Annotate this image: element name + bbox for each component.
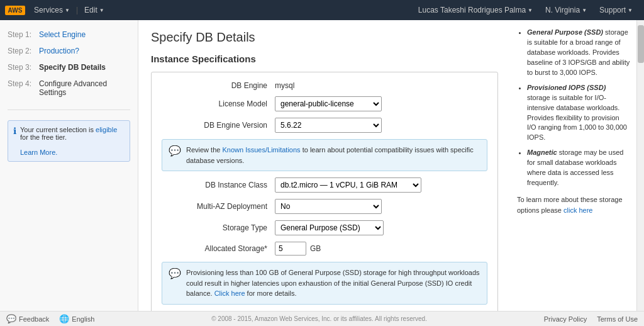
feedback-link[interactable]: 💬 Feedback xyxy=(6,314,49,323)
storage-click-here-link[interactable]: click here xyxy=(564,206,592,214)
step2-item: Step 2: Production? xyxy=(8,47,130,55)
step3-value: Specify DB Details xyxy=(39,63,106,72)
copyright-text: © 2008 - 2015, Amazon Web Services, Inc.… xyxy=(211,315,427,322)
storage-type-label: Storage Type xyxy=(162,223,275,232)
step1-value[interactable]: Select Engine xyxy=(39,30,86,39)
privacy-policy-link[interactable]: Privacy Policy xyxy=(544,315,587,323)
free-tier-text: Your current selection is eligible for t… xyxy=(20,126,125,156)
learn-more-storage-text: To learn more about these storage option… xyxy=(517,194,630,215)
allocated-storage-input[interactable] xyxy=(275,242,306,256)
multi-az-select-wrapper: No xyxy=(275,199,382,214)
storage-type-select[interactable]: General Purpose (SSD) xyxy=(275,220,384,235)
terms-of-use-link[interactable]: Terms of Use xyxy=(597,315,638,323)
content-area: Specify DB Details Instance Specificatio… xyxy=(138,20,511,311)
provisioning-banner: 💬 Provisioning less than 100 GB of Gener… xyxy=(162,262,487,305)
services-caret: ▼ xyxy=(65,8,70,13)
banner2-text: Provisioning less than 100 GB of General… xyxy=(186,267,480,299)
region-label: N. Virginia xyxy=(545,6,580,14)
db-engine-version-select[interactable]: 5.6.22 xyxy=(275,118,382,133)
allocated-storage-input-row: GB xyxy=(275,242,321,256)
db-instance-class-select-wrapper: db.t2.micro — 1 vCPU, 1 GiB RAM xyxy=(275,177,421,193)
region-caret: ▼ xyxy=(582,8,587,13)
storage-options-list: General Purpose (SSD) storage is suitabl… xyxy=(517,28,630,188)
instance-specs-card: DB Engine mysql License Model general-pu… xyxy=(151,72,498,311)
allocated-storage-row: Allocated Storage* GB xyxy=(162,242,487,256)
eligible-text: eligible xyxy=(96,126,117,133)
license-model-label: License Model xyxy=(162,99,275,108)
storage-type-select-wrapper: General Purpose (SSD) xyxy=(275,220,384,235)
language-link[interactable]: 🌐 English xyxy=(59,314,94,323)
support-menu[interactable]: Support ▼ xyxy=(594,3,638,17)
db-engine-value: mysql xyxy=(275,81,294,90)
nav-divider-1: | xyxy=(76,6,78,14)
footer-right: Privacy Policy Terms of Use xyxy=(544,315,638,323)
footer: 💬 Feedback 🌐 English © 2008 - 2015, Amaz… xyxy=(0,311,644,326)
step4-label: Step 4: xyxy=(8,79,39,88)
click-here-link[interactable]: Click here xyxy=(214,289,245,297)
region-menu[interactable]: N. Virginia ▼ xyxy=(540,3,592,17)
db-engine-version-label: DB Engine Version xyxy=(162,121,275,130)
provisioned-iops-text: storage is suitable for I/O-intensive da… xyxy=(527,94,627,142)
footer-left: 💬 Feedback 🌐 English xyxy=(6,314,94,323)
support-caret: ▼ xyxy=(628,8,633,13)
right-info-panel: General Purpose (SSD) storage is suitabl… xyxy=(511,20,636,311)
general-purpose-item: General Purpose (SSD) storage is suitabl… xyxy=(527,28,630,78)
step2-value[interactable]: Production? xyxy=(39,47,79,55)
banner1-text: Review the Known Issues/Limitations to l… xyxy=(186,145,480,166)
feedback-icon: 💬 xyxy=(6,314,16,323)
main-area: Step 1: Select Engine Step 2: Production… xyxy=(0,20,644,311)
free-tier-info: ℹ Your current selection is eligible for… xyxy=(8,120,130,162)
services-menu[interactable]: Services ▼ xyxy=(29,3,75,17)
step1-label: Step 1: xyxy=(8,30,39,39)
license-model-select[interactable]: general-public-license xyxy=(275,96,382,111)
user-caret: ▼ xyxy=(528,8,533,13)
license-model-row: License Model general-public-license xyxy=(162,96,487,111)
language-label: English xyxy=(72,315,94,323)
step3-item: Step 3: Specify DB Details xyxy=(8,63,130,72)
step3-label: Step 3: xyxy=(8,63,39,72)
magnetic-item: Magnetic storage may be used for small d… xyxy=(527,148,630,188)
feedback-label: Feedback xyxy=(19,315,49,323)
nav-right: Lucas Takeshi Rodrigues Palma ▼ N. Virgi… xyxy=(413,3,638,17)
aws-logo: AWS xyxy=(6,4,24,16)
known-issues-link[interactable]: Known Issues/Limitations xyxy=(222,146,300,154)
general-purpose-title: General Purpose (SSD) xyxy=(527,28,603,36)
known-issues-banner: 💬 Review the Known Issues/Limitations to… xyxy=(162,139,487,171)
banner1-icon: 💬 xyxy=(169,145,181,157)
db-engine-row: DB Engine mysql xyxy=(162,81,487,90)
aws-logo-text: AWS xyxy=(5,6,26,15)
step4-value: Configure Advanced Settings xyxy=(39,79,130,97)
db-engine-version-select-wrapper: 5.6.22 xyxy=(275,118,382,133)
scrollbar-thumb[interactable] xyxy=(638,25,644,63)
scrollbar-track[interactable] xyxy=(636,20,644,311)
services-label: Services xyxy=(34,6,63,14)
edit-label: Edit xyxy=(84,6,97,14)
info-icon: ℹ xyxy=(13,126,16,156)
footer-copyright: © 2008 - 2015, Amazon Web Services, Inc.… xyxy=(94,315,543,322)
edit-menu[interactable]: Edit ▼ xyxy=(79,3,109,17)
sidebar: Step 1: Select Engine Step 2: Production… xyxy=(0,20,138,311)
db-instance-class-label: DB Instance Class xyxy=(162,181,275,189)
db-engine-label: DB Engine xyxy=(162,81,275,90)
page-title: Specify DB Details xyxy=(151,30,498,45)
db-instance-class-row: DB Instance Class db.t2.micro — 1 vCPU, … xyxy=(162,177,487,193)
step-divider xyxy=(8,110,130,110)
user-label: Lucas Takeshi Rodrigues Palma xyxy=(418,6,526,14)
storage-type-row: Storage Type General Purpose (SSD) xyxy=(162,220,487,235)
magnetic-title: Magnetic xyxy=(527,149,557,156)
user-menu[interactable]: Lucas Takeshi Rodrigues Palma ▼ xyxy=(413,3,538,17)
db-engine-version-row: DB Engine Version 5.6.22 xyxy=(162,118,487,133)
multi-az-row: Multi-AZ Deployment No xyxy=(162,199,487,214)
top-navigation: AWS Services ▼ | Edit ▼ Lucas Takeshi Ro… xyxy=(0,0,644,20)
provisioned-iops-title: Provisioned IOPS (SSD) xyxy=(527,84,606,91)
step4-item: Step 4: Configure Advanced Settings xyxy=(8,79,130,97)
license-model-select-wrapper: general-public-license xyxy=(275,96,382,111)
provisioned-iops-item: Provisioned IOPS (SSD) storage is suitab… xyxy=(527,83,630,143)
edit-caret: ▼ xyxy=(99,8,104,13)
allocated-storage-label: Allocated Storage* xyxy=(162,244,275,253)
instance-specs-title: Instance Specifications xyxy=(151,53,498,64)
multi-az-select[interactable]: No xyxy=(275,199,382,214)
db-instance-class-select[interactable]: db.t2.micro — 1 vCPU, 1 GiB RAM xyxy=(275,177,421,193)
learn-more-link[interactable]: Learn More. xyxy=(20,149,57,156)
step2-label: Step 2: xyxy=(8,47,39,55)
